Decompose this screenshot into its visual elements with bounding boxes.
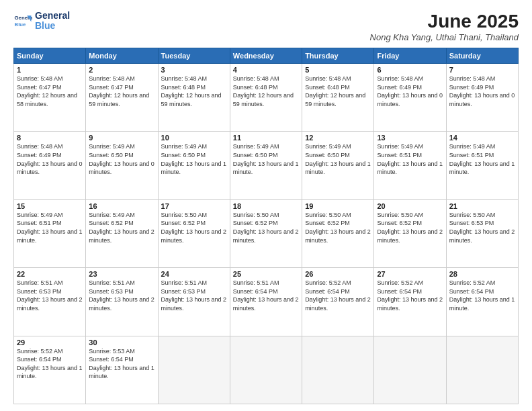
day-info: Sunrise: 5:48 AMSunset: 6:48 PMDaylight:… [305,75,371,108]
calendar-cell [158,336,230,404]
calendar-cell: 4Sunrise: 5:48 AMSunset: 6:48 PMDaylight… [230,64,302,132]
day-info: Sunrise: 5:50 AMSunset: 6:52 PMDaylight:… [377,211,443,244]
day-number: 23 [89,270,154,278]
col-header-friday: Friday [374,48,446,64]
day-info: Sunrise: 5:50 AMSunset: 6:52 PMDaylight:… [161,211,227,244]
day-info: Sunrise: 5:49 AMSunset: 6:51 PMDaylight:… [17,211,83,244]
day-info: Sunrise: 5:49 AMSunset: 6:51 PMDaylight:… [449,142,515,176]
day-number: 8 [17,134,83,142]
day-number: 10 [161,134,227,142]
calendar-cell: 3Sunrise: 5:48 AMSunset: 6:48 PMDaylight… [158,64,230,132]
day-info: Sunrise: 5:48 AMSunset: 6:49 PMDaylight:… [449,75,515,108]
day-info: Sunrise: 5:48 AMSunset: 6:47 PMDaylight:… [17,75,83,108]
day-info: Sunrise: 5:49 AMSunset: 6:52 PMDaylight:… [89,211,154,244]
day-info: Sunrise: 5:50 AMSunset: 6:52 PMDaylight:… [305,211,371,244]
day-info: Sunrise: 5:48 AMSunset: 6:49 PMDaylight:… [377,75,443,108]
calendar-cell [446,336,518,404]
day-info: Sunrise: 5:49 AMSunset: 6:51 PMDaylight:… [377,142,443,176]
calendar-week-row: 29Sunrise: 5:52 AMSunset: 6:54 PMDayligh… [14,336,519,404]
day-info: Sunrise: 5:49 AMSunset: 6:50 PMDaylight:… [233,142,299,176]
svg-text:Blue: Blue [15,21,27,28]
day-info: Sunrise: 5:52 AMSunset: 6:54 PMDaylight:… [305,279,371,312]
calendar-table: SundayMondayTuesdayWednesdayThursdayFrid… [13,48,519,404]
day-number: 5 [305,66,371,74]
calendar-cell: 26Sunrise: 5:52 AMSunset: 6:54 PMDayligh… [302,268,374,336]
day-info: Sunrise: 5:51 AMSunset: 6:53 PMDaylight:… [89,279,154,312]
day-number: 20 [377,202,443,210]
day-info: Sunrise: 5:49 AMSunset: 6:50 PMDaylight:… [161,142,227,176]
logo-icon: General Blue [13,11,32,30]
day-number: 12 [305,134,371,142]
calendar-cell: 9Sunrise: 5:49 AMSunset: 6:50 PMDaylight… [86,132,158,199]
day-number: 24 [161,270,227,278]
calendar-header-row: SundayMondayTuesdayWednesdayThursdayFrid… [14,48,519,64]
day-number: 27 [377,270,443,278]
day-info: Sunrise: 5:53 AMSunset: 6:54 PMDaylight:… [89,347,154,381]
day-number: 3 [161,66,227,74]
calendar-cell: 27Sunrise: 5:52 AMSunset: 6:54 PMDayligh… [374,268,446,336]
calendar-cell: 16Sunrise: 5:49 AMSunset: 6:52 PMDayligh… [86,199,158,267]
location: Nong Kha Yang, Uthai Thani, Thailand [370,32,519,42]
day-number: 16 [89,202,154,210]
day-info: Sunrise: 5:48 AMSunset: 6:47 PMDaylight:… [89,75,154,108]
day-info: Sunrise: 5:52 AMSunset: 6:54 PMDaylight:… [449,279,515,312]
col-header-monday: Monday [86,48,158,64]
calendar-cell: 11Sunrise: 5:49 AMSunset: 6:50 PMDayligh… [230,132,302,199]
day-number: 17 [161,202,227,210]
calendar-cell: 2Sunrise: 5:48 AMSunset: 6:47 PMDaylight… [86,64,158,132]
day-info: Sunrise: 5:48 AMSunset: 6:48 PMDaylight:… [161,75,227,108]
calendar-cell: 30Sunrise: 5:53 AMSunset: 6:54 PMDayligh… [86,336,158,404]
day-number: 30 [89,338,154,347]
day-info: Sunrise: 5:48 AMSunset: 6:49 PMDaylight:… [17,142,83,176]
calendar-cell: 8Sunrise: 5:48 AMSunset: 6:49 PMDaylight… [14,132,86,199]
calendar-cell: 6Sunrise: 5:48 AMSunset: 6:49 PMDaylight… [374,64,446,132]
day-number: 25 [233,270,299,278]
day-info: Sunrise: 5:51 AMSunset: 6:54 PMDaylight:… [233,279,299,312]
day-info: Sunrise: 5:51 AMSunset: 6:53 PMDaylight:… [161,279,227,312]
day-number: 15 [17,202,83,210]
calendar-cell: 18Sunrise: 5:50 AMSunset: 6:52 PMDayligh… [230,199,302,267]
calendar-cell: 10Sunrise: 5:49 AMSunset: 6:50 PMDayligh… [158,132,230,199]
month-title: June 2025 [370,11,519,32]
logo-text: General Blue [35,11,70,32]
day-info: Sunrise: 5:50 AMSunset: 6:52 PMDaylight:… [233,211,299,244]
calendar-week-row: 8Sunrise: 5:48 AMSunset: 6:49 PMDaylight… [14,132,519,199]
calendar-cell: 17Sunrise: 5:50 AMSunset: 6:52 PMDayligh… [158,199,230,267]
day-number: 14 [449,134,515,142]
day-number: 19 [305,202,371,210]
calendar-cell: 21Sunrise: 5:50 AMSunset: 6:53 PMDayligh… [446,199,518,267]
day-info: Sunrise: 5:49 AMSunset: 6:50 PMDaylight:… [305,142,371,176]
day-number: 26 [305,270,371,278]
day-number: 29 [17,338,83,347]
day-number: 2 [89,66,154,74]
calendar-week-row: 1Sunrise: 5:48 AMSunset: 6:47 PMDaylight… [14,64,519,132]
day-info: Sunrise: 5:51 AMSunset: 6:53 PMDaylight:… [17,279,83,312]
day-info: Sunrise: 5:49 AMSunset: 6:50 PMDaylight:… [89,142,154,176]
day-number: 13 [377,134,443,142]
day-number: 9 [89,134,154,142]
calendar-cell: 29Sunrise: 5:52 AMSunset: 6:54 PMDayligh… [14,336,86,404]
calendar-cell: 7Sunrise: 5:48 AMSunset: 6:49 PMDaylight… [446,64,518,132]
calendar-cell: 14Sunrise: 5:49 AMSunset: 6:51 PMDayligh… [446,132,518,199]
header: General Blue General Blue June 2025 Nong… [13,11,519,42]
calendar-cell: 12Sunrise: 5:49 AMSunset: 6:50 PMDayligh… [302,132,374,199]
col-header-sunday: Sunday [14,48,86,64]
calendar-cell: 5Sunrise: 5:48 AMSunset: 6:48 PMDaylight… [302,64,374,132]
day-number: 11 [233,134,299,142]
day-info: Sunrise: 5:50 AMSunset: 6:53 PMDaylight:… [449,211,515,244]
calendar-cell: 28Sunrise: 5:52 AMSunset: 6:54 PMDayligh… [446,268,518,336]
calendar-cell: 23Sunrise: 5:51 AMSunset: 6:53 PMDayligh… [86,268,158,336]
day-number: 21 [449,202,515,210]
logo: General Blue General Blue [13,11,70,32]
day-number: 18 [233,202,299,210]
col-header-wednesday: Wednesday [230,48,302,64]
day-number: 4 [233,66,299,74]
calendar-cell: 13Sunrise: 5:49 AMSunset: 6:51 PMDayligh… [374,132,446,199]
day-info: Sunrise: 5:52 AMSunset: 6:54 PMDaylight:… [17,347,83,381]
col-header-tuesday: Tuesday [158,48,230,64]
calendar-week-row: 22Sunrise: 5:51 AMSunset: 6:53 PMDayligh… [14,268,519,336]
logo-line2: Blue [35,20,55,31]
calendar-cell [302,336,374,404]
day-number: 22 [17,270,83,278]
page: General Blue General Blue June 2025 Nong… [0,0,532,411]
